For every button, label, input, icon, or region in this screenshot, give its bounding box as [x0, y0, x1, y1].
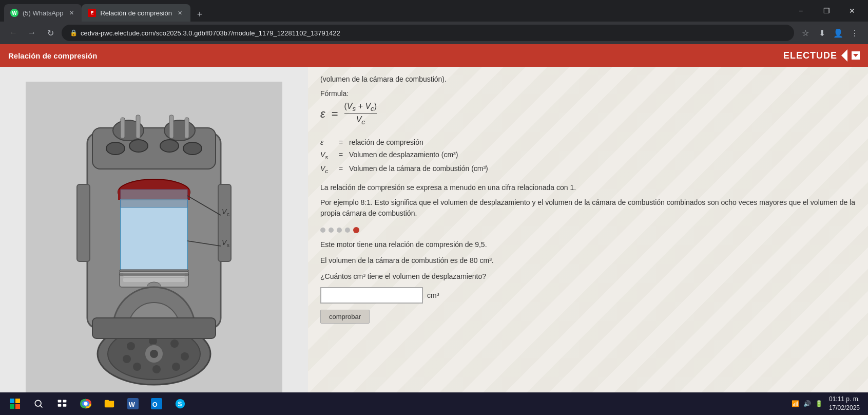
reload-button[interactable]: ↻: [43, 26, 57, 40]
windows-icon: [10, 399, 20, 409]
new-tab-button[interactable]: +: [192, 7, 207, 22]
maximize-button[interactable]: ❐: [815, 3, 838, 19]
svg-point-33: [181, 352, 189, 361]
svg-rect-22: [120, 274, 188, 275]
bookmark-button[interactable]: ☆: [798, 26, 813, 40]
tab-electude[interactable]: E Relación de compresión ✕: [82, 4, 190, 22]
exercise-text-1: Este motor tiene una relación de compres…: [320, 239, 856, 250]
def-vc-symbol: Vc: [320, 164, 336, 174]
svg-text:c: c: [227, 212, 229, 217]
url-bar[interactable]: 🔒 cedva-pwc.electude.com/sco2025.3.0.gdb…: [62, 25, 794, 41]
taskbar-file-explorer[interactable]: [99, 393, 120, 414]
svg-rect-5: [121, 118, 125, 138]
svg-point-9: [106, 142, 125, 155]
svg-text:s: s: [227, 242, 229, 248]
word-icon: W: [127, 398, 139, 409]
formula-fraction: (Vs + Vc) Vc: [344, 102, 377, 126]
svg-rect-40: [77, 184, 90, 261]
intro-text: (volumen de la cámara de combustión).: [320, 75, 856, 83]
svg-rect-20: [123, 278, 185, 282]
svg-point-4: [164, 120, 195, 141]
main-content: V c V s © Electude Beheer B.V. - última …: [0, 67, 868, 415]
dot-2[interactable]: [329, 228, 334, 233]
image-panel: V c V s © Electude Beheer B.V. - última …: [0, 67, 308, 415]
def-vc-eq: =: [339, 164, 346, 173]
clock-date: 17/02/2025: [829, 404, 860, 412]
minimize-button[interactable]: −: [789, 3, 813, 19]
svg-rect-21: [120, 270, 188, 272]
close-button[interactable]: ✕: [840, 3, 864, 19]
electude-brand-arrow: [841, 49, 847, 62]
content-panel: (volumen de la cámara de combustión). Fó…: [308, 67, 868, 415]
svg-rect-41: [218, 184, 231, 261]
dot-5[interactable]: [353, 227, 359, 233]
chrome-icon: [80, 398, 91, 409]
dot-3[interactable]: [337, 228, 342, 233]
svg-rect-42: [92, 318, 216, 338]
url-text: cedva-pwc.electude.com/sco2025.3.0.gdbff…: [81, 29, 340, 37]
svg-point-30: [127, 342, 135, 350]
taskbar: W O S 📶 🔊 🔋 01:11 p. m. 17/02/2025: [0, 392, 868, 415]
electude-brand: ELECTUDE: [783, 50, 837, 61]
forward-button[interactable]: →: [25, 26, 39, 40]
taskbar-taskview[interactable]: [51, 393, 73, 414]
svg-rect-52: [15, 404, 20, 409]
dot-4[interactable]: [345, 228, 350, 233]
svg-text:O: O: [152, 401, 158, 408]
profile-button[interactable]: 👤: [831, 26, 845, 40]
def-row-vs: Vs = Volumen de desplazamiento (cm³): [320, 150, 856, 160]
svg-text:W: W: [129, 401, 136, 408]
taskbar-start[interactable]: [4, 393, 26, 414]
comprobar-button[interactable]: comprobar: [320, 310, 370, 324]
svg-rect-56: [63, 400, 67, 403]
svg-rect-51: [10, 404, 14, 409]
wifi-icon: 📶: [792, 400, 799, 407]
electude-scroll-indicator: [852, 51, 860, 60]
input-row: cm³: [320, 287, 856, 304]
def-vs-eq: =: [339, 150, 346, 159]
menu-button[interactable]: ⋮: [847, 26, 862, 40]
svg-rect-6: [136, 115, 140, 138]
description-para-1: La relación de compresión se expresa a m…: [320, 182, 856, 193]
skype-icon: S: [175, 398, 186, 409]
engine-illustration: V c V s: [0, 67, 308, 415]
def-row-vc: Vc = Volumen de la cámara de combustión …: [320, 164, 856, 174]
taskbar-outlook[interactable]: O: [146, 393, 167, 414]
tab-whatsapp-close[interactable]: ✕: [67, 9, 75, 17]
tab-electude-label: Relación de compresión: [100, 9, 171, 17]
def-row-epsilon: ε = relación de compresión: [320, 138, 856, 146]
tab-whatsapp-label: (5) WhatsApp: [23, 9, 63, 17]
description-para-2: Por ejemplo 8:1. Esto significa que el v…: [320, 197, 856, 219]
svg-point-12: [183, 142, 202, 155]
back-button[interactable]: ←: [6, 26, 21, 40]
def-epsilon-eq: =: [339, 138, 346, 146]
taskbar-chrome[interactable]: [75, 393, 97, 414]
svg-rect-7: [169, 115, 173, 138]
clock: 01:11 p. m. 17/02/2025: [829, 395, 860, 412]
svg-line-54: [40, 405, 42, 407]
answer-input[interactable]: [320, 287, 423, 304]
address-bar: ← → ↻ 🔒 cedva-pwc.electude.com/sco2025.3…: [0, 22, 868, 44]
taskbar-search[interactable]: [28, 393, 49, 414]
tab-whatsapp[interactable]: W (5) WhatsApp ✕: [4, 4, 82, 22]
svg-point-35: [152, 365, 161, 373]
svg-rect-50: [15, 399, 20, 403]
browser-frame: W (5) WhatsApp ✕ E Relación de compresió…: [0, 0, 868, 415]
svg-point-60: [84, 402, 87, 405]
svg-rect-58: [63, 404, 67, 407]
engine-svg: V c V s: [26, 82, 282, 400]
download-button[interactable]: ⬇: [815, 26, 829, 40]
svg-rect-16: [121, 190, 187, 208]
lock-icon: 🔒: [70, 29, 78, 36]
taskbar-word[interactable]: W: [122, 393, 144, 414]
tab-bar: W (5) WhatsApp ✕ E Relación de compresió…: [4, 0, 785, 22]
exercise-question: ¿Cuántos cm³ tiene el volumen de desplaz…: [320, 271, 856, 282]
taskbar-skype[interactable]: S: [169, 393, 191, 414]
formula-equals: =: [332, 107, 338, 121]
svg-text:S: S: [178, 401, 182, 408]
dot-1[interactable]: [320, 228, 325, 233]
svg-rect-49: [10, 399, 14, 403]
formula-label: Fórmula:: [320, 89, 856, 98]
tab-electude-close[interactable]: ✕: [176, 9, 184, 17]
svg-point-11: [160, 140, 179, 152]
